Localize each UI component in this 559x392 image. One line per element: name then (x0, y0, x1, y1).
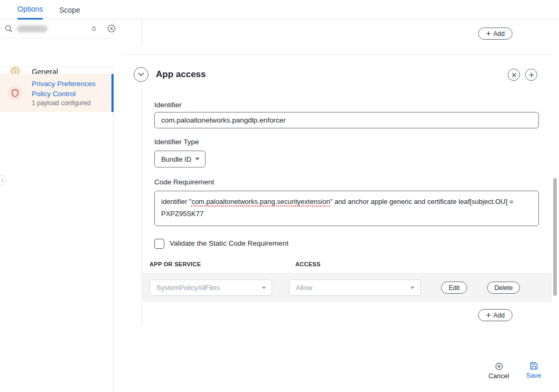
code-requirement-text: identifier " (161, 198, 191, 206)
collapse-section-icon[interactable] (134, 67, 148, 82)
section-divider (122, 54, 552, 55)
validate-static-code-label: Validate the Static Code Requirement (170, 239, 288, 247)
access-select[interactable]: Allow (289, 279, 421, 296)
payload-configured-count: 1 payload configured (32, 99, 90, 107)
section-title: App access (156, 69, 206, 80)
shield-icon (7, 86, 22, 100)
search-icon (5, 25, 13, 33)
selected-indicator (111, 74, 114, 112)
tab-scope[interactable]: Scope (59, 0, 80, 20)
cancel-icon (495, 362, 503, 370)
sidebar-item-general[interactable]: ⓘ General (0, 39, 114, 67)
tab-scope-label: Scope (59, 6, 80, 14)
identifier-field[interactable] (154, 112, 539, 128)
vertical-scrollbar-thumb[interactable] (553, 178, 557, 296)
column-header-access: ACCESS (295, 261, 321, 267)
column-header-app-or-service: APP OR SERVICE (150, 261, 201, 267)
cancel-button-label: Cancel (489, 372, 509, 380)
sidebar-item-privacy-preferences[interactable]: Privacy Preferences Policy Control 1 pay… (0, 74, 114, 112)
chevron-down-icon (195, 157, 200, 161)
search-query-blurred (17, 25, 48, 32)
payload-search-input[interactable]: 0 (0, 20, 114, 39)
code-requirement-label: Code Requirement (154, 178, 214, 186)
add-button-label: Add (493, 312, 505, 319)
code-requirement-flagged-text: com.paloaltonetworks.pang.securityextens… (191, 198, 330, 206)
delete-button-label: Delete (495, 284, 513, 292)
clear-search-icon[interactable] (107, 24, 116, 33)
identifier-type-select[interactable]: Bundle ID (154, 151, 206, 167)
app-or-service-select[interactable]: SystemPolicyAllFiles (150, 279, 272, 296)
sidebar-item-privacy-preferences-label: Privacy Preferences Policy Control (32, 79, 100, 99)
save-button[interactable]: Save (524, 362, 543, 379)
identifier-type-value: Bundle ID (161, 155, 191, 163)
top-tab-bar: Options Scope (0, 0, 559, 20)
add-button-app-access[interactable]: Add (478, 309, 513, 321)
cancel-button[interactable]: Cancel (486, 362, 511, 380)
plus-icon (486, 313, 491, 318)
save-button-label: Save (526, 372, 542, 379)
tab-options-label: Options (17, 5, 43, 13)
tab-options[interactable]: Options (17, 0, 43, 20)
validate-static-code-checkbox[interactable] (154, 239, 164, 249)
payload-sidebar: 0 ⓘ General Privacy Preferences Policy C… (0, 20, 114, 392)
plus-icon (486, 31, 491, 36)
add-button-previous-section[interactable]: Add (478, 27, 513, 40)
delete-button[interactable]: Delete (487, 282, 520, 294)
access-value: Allow (296, 284, 312, 292)
save-icon (530, 362, 538, 370)
pppc-profile-editor: Options Scope 0 ⓘ General Privacy Prefer… (0, 0, 559, 392)
app-or-service-value: SystemPolicyAllFiles (156, 284, 220, 292)
add-button-label: Add (493, 30, 505, 38)
edit-button[interactable]: Edit (441, 282, 467, 294)
add-section-icon[interactable] (525, 69, 537, 81)
identifier-type-label: Identifier Type (154, 138, 199, 146)
search-result-count: 0 (92, 25, 96, 33)
identifier-label: Identifier (154, 101, 182, 109)
remove-section-icon[interactable] (508, 69, 520, 81)
edit-button-label: Edit (449, 284, 460, 292)
chevron-down-icon (410, 286, 415, 290)
chevron-down-icon (262, 286, 266, 290)
code-requirement-field[interactable]: identifier "com.paloaltonetworks.pang.se… (154, 191, 539, 226)
previous-section-indent-line (141, 20, 142, 45)
